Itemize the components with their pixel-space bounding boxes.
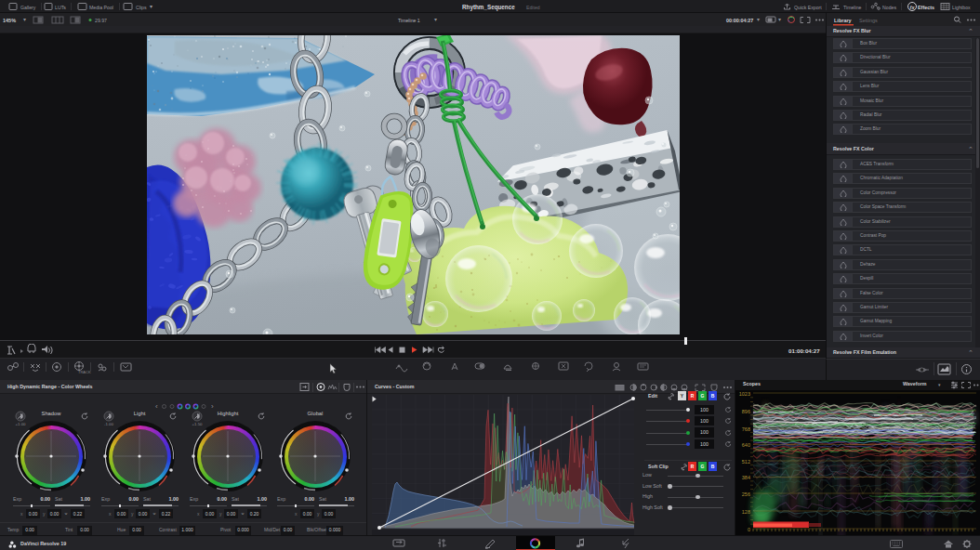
svg-text:145%: 145% <box>3 18 16 23</box>
svg-text:Rhythm_Sequence: Rhythm_Sequence <box>462 4 515 11</box>
svg-text:▾: ▾ <box>778 17 781 22</box>
svg-text:Effects: Effects <box>918 5 934 10</box>
svg-text:fx: fx <box>910 5 916 10</box>
svg-text:0: 0 <box>748 527 750 532</box>
svg-text:Settings: Settings <box>859 18 878 23</box>
svg-text:Edited: Edited <box>526 5 540 10</box>
svg-text:Quick Export: Quick Export <box>794 5 822 10</box>
svg-text:LUTs: LUTs <box>55 5 66 10</box>
svg-text:Library: Library <box>834 18 853 23</box>
svg-text:Timeline 1: Timeline 1 <box>398 18 420 23</box>
svg-text:01:00:04:27: 01:00:04:27 <box>788 347 820 354</box>
svg-text:▾: ▾ <box>434 17 437 22</box>
svg-text:Lightbox: Lightbox <box>952 5 971 10</box>
svg-text:›: › <box>211 402 214 411</box>
svg-text:128: 128 <box>742 509 750 515</box>
svg-text:Timeline: Timeline <box>843 5 862 10</box>
svg-text:TRACK: TRACK <box>78 370 91 374</box>
svg-text:29.97: 29.97 <box>95 18 107 23</box>
svg-text:256: 256 <box>742 491 750 497</box>
svg-text:▾: ▾ <box>23 17 26 22</box>
svg-text:▾: ▾ <box>757 17 760 22</box>
svg-text:Media Pool: Media Pool <box>89 5 113 10</box>
svg-text:384: 384 <box>742 475 750 480</box>
svg-text:00:00:04:27: 00:00:04:27 <box>726 18 753 23</box>
svg-text:640: 640 <box>742 442 750 448</box>
svg-text:1023: 1023 <box>739 391 750 397</box>
svg-text:Nodes: Nodes <box>882 5 896 10</box>
svg-text:Clips: Clips <box>136 5 147 10</box>
svg-text:Gallery: Gallery <box>20 5 36 10</box>
svg-text:▾: ▾ <box>150 4 152 9</box>
svg-text:896: 896 <box>742 409 750 414</box>
svg-text:‹: ‹ <box>155 402 158 411</box>
svg-text:768: 768 <box>742 426 750 432</box>
svg-text:512: 512 <box>742 459 750 465</box>
